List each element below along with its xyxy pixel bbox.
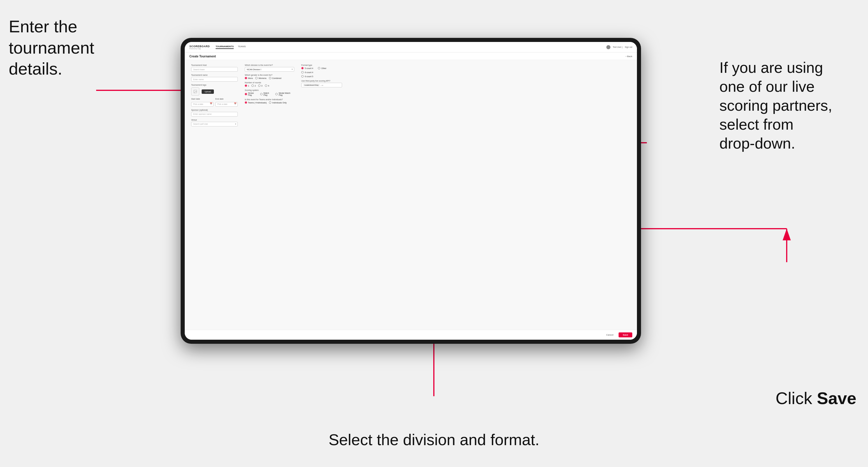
tournament-name-label: Tournament name: [191, 74, 238, 76]
nav-signout[interactable]: Sign out: [625, 46, 632, 48]
format-6count5[interactable]: 6 count 5: [301, 75, 313, 77]
annotation-topright: If you are using one of our live scoring…: [719, 58, 859, 153]
end-date-label: End date: [215, 98, 238, 100]
back-link[interactable]: ‹ Back: [626, 55, 632, 58]
annotation-bottomright: Click Save: [776, 388, 856, 409]
format-col-left: 5 count 4 6 count 4 6 count 5: [301, 67, 313, 77]
start-date-input[interactable]: [191, 102, 214, 106]
format-type-group: Format type 5 count 4 6 count 4: [301, 64, 342, 77]
api-tag: Leaderboard King: [303, 84, 320, 86]
event-type-radio-group: Teams (+Individuals) Individuals Only: [245, 101, 294, 104]
tournament-logo-label: Tournament logo: [191, 84, 238, 86]
end-date-group: End date: [215, 98, 238, 106]
scoring-match[interactable]: Match Play: [260, 92, 273, 96]
division-group: Which division is the event for? NCAA Di…: [245, 64, 294, 72]
page-title: Create Tournament: [189, 55, 216, 58]
gender-combined[interactable]: Combined: [269, 77, 281, 79]
rounds-1[interactable]: 1: [245, 85, 249, 87]
annotation-save-bold: Save: [817, 388, 856, 408]
division-select[interactable]: NCAA Division I: [245, 67, 294, 72]
logo-placeholder: [191, 87, 199, 96]
avatar: [606, 45, 611, 49]
scoring-label: Scoring system: [245, 89, 294, 91]
live-scoring-label: Use third-party live scoring API?: [301, 80, 342, 82]
sponsor-input[interactable]: [191, 112, 238, 117]
nav-right: Test User | Sign out: [606, 45, 632, 49]
save-button[interactable]: Save: [619, 333, 632, 337]
live-scoring-field[interactable]: Leaderboard King × ▾: [301, 83, 342, 87]
logo-text: SCOREBOARD: [189, 45, 210, 48]
nav-link-tournaments[interactable]: TOURNAMENTS: [216, 45, 234, 49]
dates-row: Start date End date: [191, 98, 238, 106]
tablet-screen: SCOREBOARD Powered by Clipp TOURNAMENTS …: [185, 42, 637, 340]
gender-womens[interactable]: Womens: [255, 77, 267, 79]
form-col-left: Tournament Host Tournament name Tourname…: [191, 64, 238, 126]
api-close-icon[interactable]: × ▾: [321, 84, 323, 86]
image-icon: [193, 89, 197, 94]
sponsor-label: Sponsor (optional): [191, 109, 238, 111]
form-col-mid: Which division is the event for? NCAA Di…: [245, 64, 294, 126]
event-type-label: Is this event for Teams and/or Individua…: [245, 98, 294, 100]
gender-group: Which gender is the event for? Mens Wome…: [245, 74, 294, 79]
gender-radio-group: Mens Womens Combined: [245, 77, 294, 79]
form-footer: Cancel Save: [185, 330, 637, 340]
format-col-right: Other: [318, 67, 327, 77]
scoring-radio-group: Stroke Play Match Play Medal Match Play: [245, 92, 294, 96]
rounds-3[interactable]: 3: [258, 85, 262, 87]
event-teams[interactable]: Teams (+Individuals): [245, 101, 267, 104]
venue-label: Venue: [191, 119, 238, 121]
logo-upload-area: Upload: [191, 87, 238, 96]
page-header: Create Tournament ‹ Back: [185, 53, 637, 60]
rounds-label: Number of rounds: [245, 82, 294, 84]
venue-group: Venue: [191, 119, 238, 126]
scoring-group: Scoring system Stroke Play Match Play: [245, 89, 294, 96]
tournament-host-input[interactable]: [191, 67, 238, 72]
rounds-group: Number of rounds 1 2: [245, 82, 294, 87]
start-date-label: Start date: [191, 98, 214, 100]
format-other[interactable]: Other: [318, 67, 327, 69]
gender-mens[interactable]: Mens: [245, 77, 253, 79]
svg-point-7: [194, 91, 195, 91]
format-5count4[interactable]: 5 count 4: [301, 67, 313, 69]
annotation-bottom: Select the division and format.: [329, 430, 539, 450]
upload-button[interactable]: Upload: [202, 89, 214, 94]
nav-link-teams[interactable]: TEAMS: [238, 45, 246, 49]
tournament-name-group: Tournament name: [191, 74, 238, 82]
tournament-host-group: Tournament Host: [191, 64, 238, 72]
sponsor-group: Sponsor (optional): [191, 109, 238, 117]
nav-links: TOURNAMENTS TEAMS: [216, 45, 246, 49]
rounds-4[interactable]: 4: [265, 85, 269, 87]
scoring-medal[interactable]: Medal Match Play: [275, 92, 294, 96]
start-date-group: Start date: [191, 98, 214, 106]
rounds-2[interactable]: 2: [251, 85, 256, 87]
gender-label: Which gender is the event for?: [245, 74, 294, 76]
tournament-name-input[interactable]: [191, 77, 238, 82]
venue-input[interactable]: [191, 122, 238, 126]
end-date-input[interactable]: [215, 102, 238, 106]
live-scoring-group: Use third-party live scoring API? Leader…: [301, 80, 342, 87]
division-label: Which division is the event for?: [245, 64, 294, 66]
logo-area: SCOREBOARD Powered by Clipp: [189, 45, 210, 50]
tournament-host-label: Tournament Host: [191, 64, 238, 66]
rounds-radio-group: 1 2 3 4: [245, 85, 294, 87]
nav-user: Test User |: [613, 46, 622, 48]
form-col-right: Format type 5 count 4 6 count 4: [301, 64, 342, 126]
navbar: SCOREBOARD Powered by Clipp TOURNAMENTS …: [185, 42, 637, 53]
tournament-logo-group: Tournament logo Upload: [191, 84, 238, 96]
logo-sub: Powered by Clipp: [189, 48, 210, 50]
event-individuals[interactable]: Individuals Only: [269, 101, 286, 104]
scoring-stroke[interactable]: Stroke Play: [245, 92, 258, 96]
format-type-label: Format type: [301, 64, 342, 66]
tablet-frame: SCOREBOARD Powered by Clipp TOURNAMENTS …: [181, 38, 641, 344]
cancel-button[interactable]: Cancel: [603, 333, 616, 337]
event-type-group: Is this event for Teams and/or Individua…: [245, 98, 294, 104]
annotation-topleft: Enter the tournament details.: [9, 16, 94, 80]
format-6count4[interactable]: 6 count 4: [301, 71, 313, 73]
